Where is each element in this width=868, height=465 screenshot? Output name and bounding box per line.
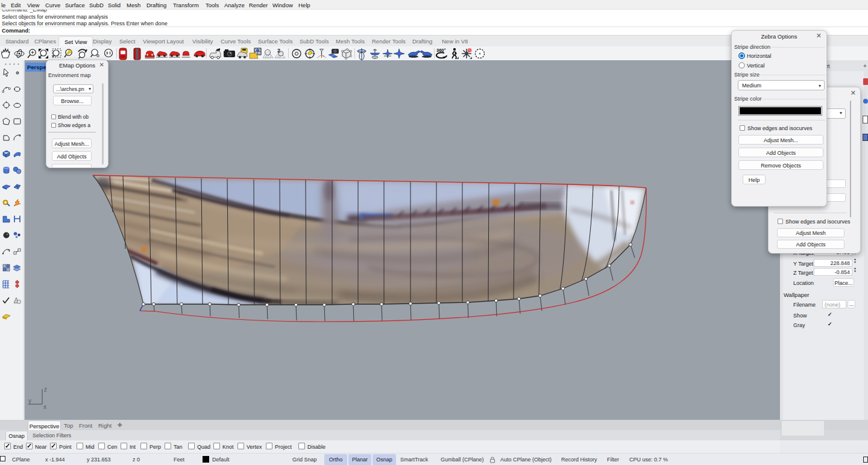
svg-text:z: z [44,386,47,393]
svg-text:2: 2 [277,48,280,54]
svg-text:y: y [28,398,31,404]
svg-text:x: x [43,404,46,410]
